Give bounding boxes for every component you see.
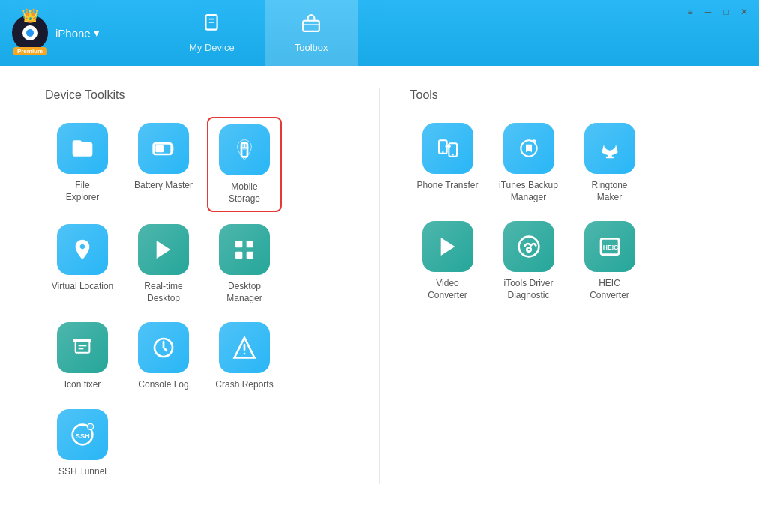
my-device-icon bbox=[202, 13, 221, 37]
ringtone-maker-label: Ringtone Maker bbox=[578, 180, 641, 203]
icon-fixer-label: Icon fixer bbox=[64, 379, 101, 391]
tool-file-explorer[interactable]: FileExplorer bbox=[45, 117, 120, 212]
itools-driver-label: iTools DriverDiagnostic bbox=[503, 278, 553, 301]
menu-button[interactable]: ≡ bbox=[684, 6, 696, 18]
device-dropdown-arrow[interactable]: ▾ bbox=[94, 26, 100, 40]
device-toolkits-grid: FileExplorer Battery Master Mobile Stora… bbox=[45, 117, 350, 484]
crash-reports-icon-box bbox=[219, 322, 270, 373]
logo-eye bbox=[22, 25, 38, 40]
phone-transfer-label: Phone Transfer bbox=[416, 180, 478, 192]
device-toolkits-title: Device Toolkits bbox=[45, 88, 350, 102]
tab-toolbox[interactable]: Toolbox bbox=[265, 0, 358, 66]
minimize-button[interactable]: ─ bbox=[702, 6, 714, 18]
desktop-manager-label: DesktopManager bbox=[226, 281, 262, 304]
svg-point-21 bbox=[244, 353, 246, 355]
maximize-button[interactable]: □ bbox=[720, 6, 732, 18]
console-log-icon-box bbox=[138, 322, 189, 373]
svg-text:HEIC: HEIC bbox=[602, 244, 618, 251]
heic-converter-label: HEIC Converter bbox=[578, 278, 641, 301]
mobile-storage-label: Mobile Storage bbox=[214, 181, 274, 205]
svg-rect-3 bbox=[303, 20, 320, 31]
ringtone-maker-icon-box bbox=[584, 123, 635, 174]
tool-desktop-manager[interactable]: DesktopManager bbox=[207, 218, 282, 310]
premium-badge: Premium bbox=[14, 47, 46, 55]
desktop-manager-icon-box bbox=[219, 224, 270, 275]
crash-reports-label: Crash Reports bbox=[215, 379, 273, 391]
video-converter-label: VideoConverter bbox=[428, 278, 467, 301]
ssh-tunnel-label: SSH Tunnel bbox=[58, 466, 106, 478]
console-log-label: Console Log bbox=[138, 379, 188, 391]
tool-video-converter[interactable]: VideoConverter bbox=[410, 215, 485, 307]
app-logo: 👑 Premium bbox=[12, 15, 48, 51]
battery-master-icon-box bbox=[138, 123, 189, 174]
section-divider bbox=[380, 88, 380, 484]
tools-grid: Phone Transfer iTunes BackupManager Ring… bbox=[410, 117, 715, 307]
tools-title: Tools bbox=[410, 88, 715, 102]
header: 👑 Premium iPhone ▾ My Device bbox=[0, 0, 759, 66]
svg-point-33 bbox=[526, 248, 530, 252]
tools-section: Tools Phone Transfer bbox=[410, 88, 715, 484]
virtual-location-icon-box bbox=[57, 224, 108, 275]
tool-ssh-tunnel[interactable]: SSH SSH Tunnel bbox=[45, 403, 120, 484]
file-explorer-icon-box bbox=[57, 123, 108, 174]
svg-point-24 bbox=[88, 423, 94, 429]
tool-heic-converter[interactable]: HEIC HEIC Converter bbox=[572, 215, 647, 307]
ssh-tunnel-icon-box: SSH bbox=[57, 409, 108, 460]
tool-console-log[interactable]: Console Log bbox=[126, 316, 201, 397]
tool-crash-reports[interactable]: Crash Reports bbox=[207, 316, 282, 397]
itunes-backup-icon-box bbox=[503, 123, 554, 174]
title-bar: ≡ ─ □ ✕ bbox=[675, 0, 759, 24]
tool-itools-driver[interactable]: iTools DriverDiagnostic bbox=[491, 215, 566, 307]
svg-rect-31 bbox=[605, 157, 614, 159]
toolbox-icon bbox=[302, 13, 321, 37]
svg-rect-13 bbox=[247, 252, 254, 259]
itunes-backup-label: iTunes BackupManager bbox=[499, 180, 558, 203]
logo-area: 👑 Premium iPhone ▾ bbox=[0, 0, 159, 66]
tool-realtime-desktop[interactable]: Real-timeDesktop bbox=[126, 218, 201, 310]
tab-toolbox-label: Toolbox bbox=[295, 42, 328, 53]
tab-my-device-label: My Device bbox=[189, 42, 235, 53]
heic-converter-icon-box: HEIC bbox=[584, 221, 635, 272]
svg-marker-32 bbox=[440, 238, 454, 256]
sections-row: Device Toolkits FileExplorer Battery Mas… bbox=[45, 88, 714, 484]
close-button[interactable]: ✕ bbox=[738, 6, 750, 18]
itools-driver-icon-box bbox=[503, 221, 554, 272]
device-name[interactable]: iPhone ▾ bbox=[56, 26, 100, 40]
realtime-desktop-label: Real-timeDesktop bbox=[144, 281, 182, 304]
logo-eye-inner bbox=[26, 29, 34, 37]
icon-fixer-icon-box bbox=[57, 322, 108, 373]
realtime-desktop-icon-box bbox=[138, 224, 189, 275]
tool-virtual-location[interactable]: Virtual Location bbox=[45, 218, 120, 310]
device-name-text: iPhone bbox=[56, 27, 91, 40]
svg-rect-10 bbox=[236, 241, 242, 247]
battery-master-label: Battery Master bbox=[134, 180, 193, 192]
svg-rect-12 bbox=[236, 252, 242, 259]
tool-mobile-storage[interactable]: Mobile Storage bbox=[207, 117, 282, 212]
svg-rect-6 bbox=[155, 145, 164, 152]
svg-marker-9 bbox=[157, 241, 171, 259]
nav-tabs: My Device Toolbox bbox=[159, 0, 358, 66]
main-content: Device Toolkits FileExplorer Battery Mas… bbox=[0, 66, 759, 532]
file-explorer-label: FileExplorer bbox=[66, 180, 100, 203]
tool-battery-master[interactable]: Battery Master bbox=[126, 117, 201, 212]
svg-text:SSH: SSH bbox=[76, 432, 90, 440]
mobile-storage-icon-box bbox=[219, 124, 270, 175]
video-converter-icon-box bbox=[422, 221, 473, 272]
virtual-location-label: Virtual Location bbox=[52, 281, 114, 293]
svg-rect-15 bbox=[76, 342, 90, 353]
device-toolkits-section: Device Toolkits FileExplorer Battery Mas… bbox=[45, 88, 350, 484]
phone-transfer-icon-box bbox=[422, 123, 473, 174]
tool-phone-transfer[interactable]: Phone Transfer bbox=[410, 117, 485, 209]
tool-itunes-backup[interactable]: iTunes BackupManager bbox=[491, 117, 566, 209]
svg-rect-11 bbox=[247, 241, 254, 247]
tool-icon-fixer[interactable]: Icon fixer bbox=[45, 316, 120, 397]
tab-my-device[interactable]: My Device bbox=[159, 0, 265, 66]
tool-ringtone-maker[interactable]: Ringtone Maker bbox=[572, 117, 647, 209]
